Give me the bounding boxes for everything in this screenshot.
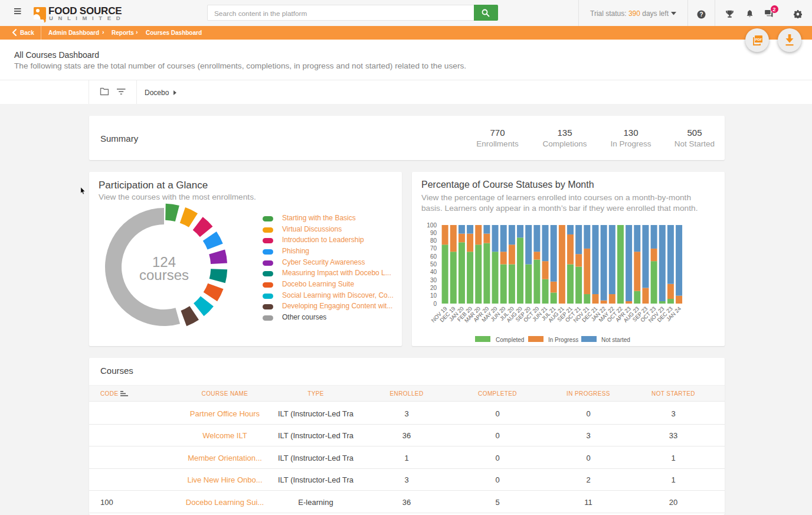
svg-text:10: 10 bbox=[430, 292, 437, 299]
svg-text:100: 100 bbox=[427, 222, 437, 229]
svg-text:40: 40 bbox=[430, 269, 437, 275]
svg-text:0: 0 bbox=[433, 301, 437, 307]
svg-text:90: 90 bbox=[430, 230, 437, 236]
svg-text:50: 50 bbox=[430, 261, 437, 268]
svg-text:80: 80 bbox=[430, 237, 437, 244]
svg-text:PDF: PDF bbox=[755, 38, 762, 41]
svg-text:70: 70 bbox=[430, 245, 437, 252]
svg-text:30: 30 bbox=[430, 277, 437, 283]
svg-text:20: 20 bbox=[430, 285, 437, 291]
svg-text:?: ? bbox=[699, 11, 703, 18]
svg-text:60: 60 bbox=[430, 253, 437, 260]
